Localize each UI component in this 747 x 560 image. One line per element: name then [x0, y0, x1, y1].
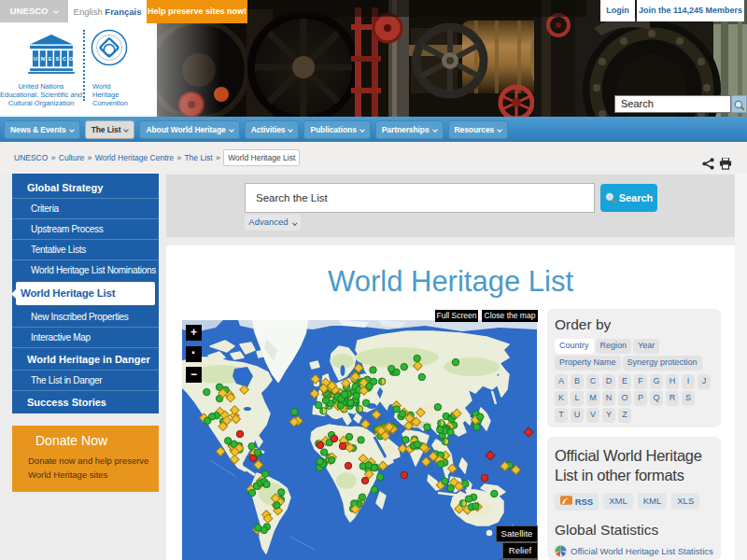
- svg-text:S: S: [55, 56, 59, 62]
- svg-text:U: U: [34, 56, 37, 62]
- svg-text:N: N: [41, 56, 45, 62]
- svg-text:E: E: [49, 56, 52, 62]
- svg-text:O: O: [69, 56, 74, 62]
- svg-text:C: C: [63, 56, 66, 62]
